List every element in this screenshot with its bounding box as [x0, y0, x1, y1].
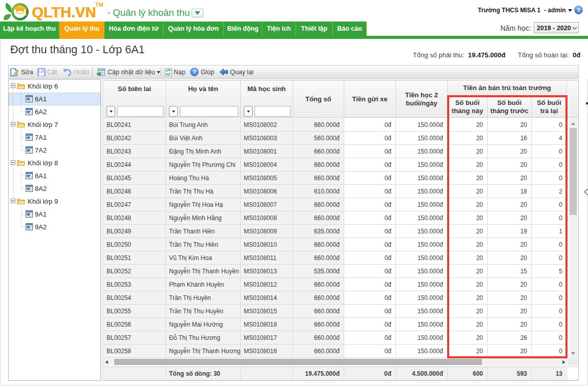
- svg-text:?: ?: [577, 7, 580, 13]
- svg-text:?: ?: [193, 69, 196, 75]
